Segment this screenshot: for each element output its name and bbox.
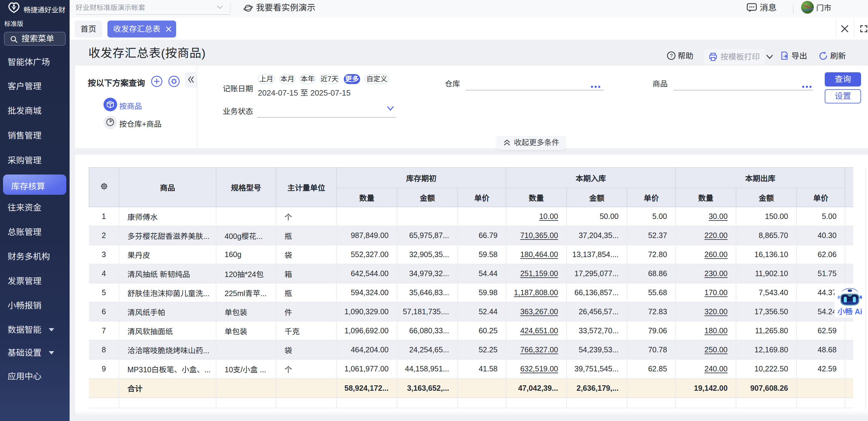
svg-text:?: ?: [670, 53, 673, 59]
